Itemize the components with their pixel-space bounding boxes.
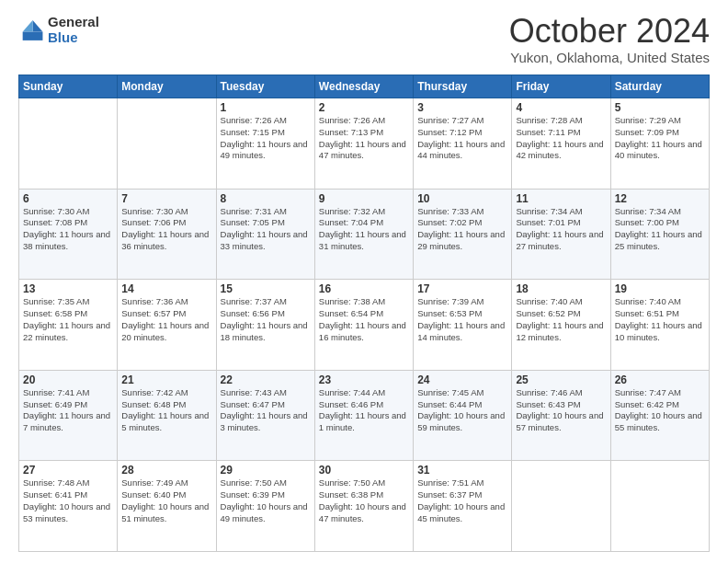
table-row [19, 98, 118, 190]
day-number: 26 [615, 373, 705, 386]
day-info: Sunrise: 7:27 AM Sunset: 7:12 PM Dayligh… [417, 115, 507, 162]
day-info: Sunrise: 7:35 AM Sunset: 6:58 PM Dayligh… [23, 296, 113, 343]
day-info: Sunrise: 7:34 AM Sunset: 7:00 PM Dayligh… [615, 206, 705, 253]
table-row: 10Sunrise: 7:33 AM Sunset: 7:02 PM Dayli… [414, 189, 512, 280]
day-info: Sunrise: 7:40 AM Sunset: 6:51 PM Dayligh… [615, 296, 705, 343]
svg-marker-0 [33, 20, 43, 31]
table-row: 14Sunrise: 7:36 AM Sunset: 6:57 PM Dayli… [118, 280, 216, 371]
day-number: 3 [417, 101, 507, 114]
day-number: 4 [516, 101, 606, 114]
calendar-week-row: 20Sunrise: 7:41 AM Sunset: 6:49 PM Dayli… [19, 370, 710, 461]
day-number: 15 [221, 282, 311, 295]
day-info: Sunrise: 7:36 AM Sunset: 6:57 PM Dayligh… [121, 296, 211, 343]
table-row: 28Sunrise: 7:49 AM Sunset: 6:40 PM Dayli… [118, 461, 216, 552]
col-saturday: Saturday [610, 75, 709, 98]
col-thursday: Thursday [414, 75, 512, 98]
day-info: Sunrise: 7:42 AM Sunset: 6:48 PM Dayligh… [121, 387, 211, 434]
day-info: Sunrise: 7:26 AM Sunset: 7:13 PM Dayligh… [319, 115, 409, 162]
logo-text: General Blue [48, 15, 99, 45]
table-row: 29Sunrise: 7:50 AM Sunset: 6:39 PM Dayli… [216, 461, 314, 552]
table-row: 31Sunrise: 7:51 AM Sunset: 6:37 PM Dayli… [414, 461, 512, 552]
day-number: 27 [23, 464, 113, 477]
day-number: 14 [121, 282, 211, 295]
table-row: 13Sunrise: 7:35 AM Sunset: 6:58 PM Dayli… [19, 280, 118, 371]
table-row: 15Sunrise: 7:37 AM Sunset: 6:56 PM Dayli… [216, 280, 314, 371]
title-month: October 2024 [509, 15, 710, 48]
day-info: Sunrise: 7:41 AM Sunset: 6:49 PM Dayligh… [23, 387, 113, 434]
day-info: Sunrise: 7:37 AM Sunset: 6:56 PM Dayligh… [221, 296, 311, 343]
day-info: Sunrise: 7:38 AM Sunset: 6:54 PM Dayligh… [319, 296, 409, 343]
table-row: 23Sunrise: 7:44 AM Sunset: 6:46 PM Dayli… [314, 370, 413, 461]
logo: General Blue [18, 15, 99, 45]
day-info: Sunrise: 7:29 AM Sunset: 7:09 PM Dayligh… [615, 115, 705, 162]
svg-rect-2 [23, 31, 43, 40]
day-number: 16 [319, 282, 409, 295]
logo-blue-text: Blue [48, 30, 99, 46]
day-number: 19 [615, 282, 705, 295]
col-wednesday: Wednesday [314, 75, 413, 98]
header: General Blue October 2024 Yukon, Oklahom… [18, 15, 710, 65]
table-row: 5Sunrise: 7:29 AM Sunset: 7:09 PM Daylig… [610, 98, 709, 190]
day-info: Sunrise: 7:48 AM Sunset: 6:41 PM Dayligh… [23, 477, 113, 524]
day-info: Sunrise: 7:51 AM Sunset: 6:37 PM Dayligh… [417, 477, 507, 524]
day-info: Sunrise: 7:26 AM Sunset: 7:15 PM Dayligh… [221, 115, 311, 162]
day-info: Sunrise: 7:33 AM Sunset: 7:02 PM Dayligh… [417, 206, 507, 253]
table-row: 22Sunrise: 7:43 AM Sunset: 6:47 PM Dayli… [216, 370, 314, 461]
day-info: Sunrise: 7:30 AM Sunset: 7:06 PM Dayligh… [121, 206, 211, 253]
table-row: 16Sunrise: 7:38 AM Sunset: 6:54 PM Dayli… [314, 280, 413, 371]
day-info: Sunrise: 7:49 AM Sunset: 6:40 PM Dayligh… [121, 477, 211, 524]
day-number: 24 [417, 373, 507, 386]
day-number: 12 [615, 192, 705, 205]
day-info: Sunrise: 7:32 AM Sunset: 7:04 PM Dayligh… [319, 206, 409, 253]
calendar-week-row: 1Sunrise: 7:26 AM Sunset: 7:15 PM Daylig… [19, 98, 710, 190]
table-row: 17Sunrise: 7:39 AM Sunset: 6:53 PM Dayli… [414, 280, 512, 371]
table-row: 24Sunrise: 7:45 AM Sunset: 6:44 PM Dayli… [414, 370, 512, 461]
day-number: 30 [319, 464, 409, 477]
title-location: Yukon, Oklahoma, United States [509, 50, 710, 65]
day-info: Sunrise: 7:40 AM Sunset: 6:52 PM Dayligh… [516, 296, 606, 343]
day-info: Sunrise: 7:50 AM Sunset: 6:38 PM Dayligh… [319, 477, 409, 524]
table-row: 11Sunrise: 7:34 AM Sunset: 7:01 PM Dayli… [512, 189, 610, 280]
day-number: 2 [319, 101, 409, 114]
day-number: 21 [121, 373, 211, 386]
table-row: 19Sunrise: 7:40 AM Sunset: 6:51 PM Dayli… [610, 280, 709, 371]
table-row: 6Sunrise: 7:30 AM Sunset: 7:08 PM Daylig… [19, 189, 118, 280]
day-info: Sunrise: 7:50 AM Sunset: 6:39 PM Dayligh… [221, 477, 311, 524]
day-number: 31 [417, 464, 507, 477]
table-row: 1Sunrise: 7:26 AM Sunset: 7:15 PM Daylig… [216, 98, 314, 190]
table-row: 8Sunrise: 7:31 AM Sunset: 7:05 PM Daylig… [216, 189, 314, 280]
table-row: 7Sunrise: 7:30 AM Sunset: 7:06 PM Daylig… [118, 189, 216, 280]
calendar-week-row: 13Sunrise: 7:35 AM Sunset: 6:58 PM Dayli… [19, 280, 710, 371]
table-row: 21Sunrise: 7:42 AM Sunset: 6:48 PM Dayli… [118, 370, 216, 461]
day-number: 8 [221, 192, 311, 205]
day-number: 11 [516, 192, 606, 205]
day-number: 23 [319, 373, 409, 386]
col-friday: Friday [512, 75, 610, 98]
col-tuesday: Tuesday [216, 75, 314, 98]
day-info: Sunrise: 7:47 AM Sunset: 6:42 PM Dayligh… [615, 387, 705, 434]
col-sunday: Sunday [19, 75, 118, 98]
table-row [118, 98, 216, 190]
day-info: Sunrise: 7:43 AM Sunset: 6:47 PM Dayligh… [221, 387, 311, 434]
table-row: 9Sunrise: 7:32 AM Sunset: 7:04 PM Daylig… [314, 189, 413, 280]
day-number: 9 [319, 192, 409, 205]
day-number: 18 [516, 282, 606, 295]
table-row: 30Sunrise: 7:50 AM Sunset: 6:38 PM Dayli… [314, 461, 413, 552]
day-info: Sunrise: 7:39 AM Sunset: 6:53 PM Dayligh… [417, 296, 507, 343]
table-row: 2Sunrise: 7:26 AM Sunset: 7:13 PM Daylig… [314, 98, 413, 190]
logo-icon [18, 17, 44, 43]
table-row: 25Sunrise: 7:46 AM Sunset: 6:43 PM Dayli… [512, 370, 610, 461]
title-block: October 2024 Yukon, Oklahoma, United Sta… [509, 15, 710, 65]
day-number: 20 [23, 373, 113, 386]
day-info: Sunrise: 7:30 AM Sunset: 7:08 PM Dayligh… [23, 206, 113, 253]
logo-general-text: General [48, 15, 99, 30]
day-info: Sunrise: 7:34 AM Sunset: 7:01 PM Dayligh… [516, 206, 606, 253]
day-number: 10 [417, 192, 507, 205]
col-monday: Monday [118, 75, 216, 98]
day-number: 7 [121, 192, 211, 205]
table-row [610, 461, 709, 552]
day-number: 25 [516, 373, 606, 386]
day-number: 1 [221, 101, 311, 114]
table-row: 20Sunrise: 7:41 AM Sunset: 6:49 PM Dayli… [19, 370, 118, 461]
day-info: Sunrise: 7:31 AM Sunset: 7:05 PM Dayligh… [221, 206, 311, 253]
